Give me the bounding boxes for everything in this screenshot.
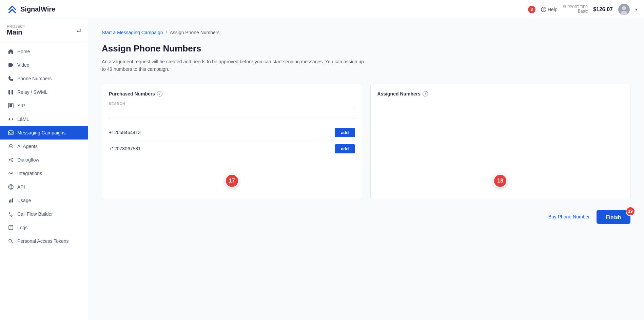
sidebar-item-ai-agents-label: AI Agents bbox=[17, 144, 38, 149]
finish-button-wrapper: Finish 19 bbox=[597, 210, 630, 224]
purchased-numbers-title-text: Purchased Numbers bbox=[109, 91, 155, 97]
project-name: Main bbox=[7, 28, 25, 36]
purchased-numbers-list: +12058464413 add +12073067581 add bbox=[109, 125, 355, 157]
sidebar-item-api-label: API bbox=[17, 184, 25, 190]
breadcrumb-separator: / bbox=[166, 30, 167, 35]
sidebar-item-usage-label: Usage bbox=[17, 198, 31, 203]
dialogflow-icon bbox=[8, 157, 14, 163]
svg-point-3 bbox=[622, 6, 626, 10]
assigned-numbers-panel: Assigned Numbers i 18 bbox=[370, 84, 631, 199]
home-icon bbox=[8, 48, 14, 55]
support-tier-label: SUPPORT TIER bbox=[563, 5, 588, 9]
search-label: SEARCH bbox=[109, 102, 355, 106]
sidebar-item-integrations-label: Integrations bbox=[17, 171, 42, 176]
avatar[interactable] bbox=[618, 4, 630, 15]
svg-rect-15 bbox=[9, 226, 13, 230]
api-icon bbox=[8, 184, 14, 190]
support-tier-value: Basic bbox=[563, 9, 588, 14]
purchased-numbers-title: Purchased Numbers i bbox=[109, 91, 355, 97]
sidebar-item-personal-access-tokens[interactable]: Personal Access Tokens bbox=[0, 234, 88, 248]
messaging-campaigns-icon bbox=[8, 130, 14, 136]
breadcrumb: Start a Messaging Campaign / Assign Phon… bbox=[102, 30, 630, 35]
sidebar-item-home[interactable]: Home bbox=[0, 45, 88, 58]
balance-display: $126.07 bbox=[593, 6, 613, 13]
panels-row: Purchased Numbers i SEARCH +12058464413 … bbox=[102, 84, 630, 199]
buy-phone-number-link[interactable]: Buy Phone Number bbox=[548, 214, 590, 219]
switch-project-button[interactable]: ⇄ bbox=[77, 27, 81, 34]
top-navigation: SignalWire 3 ? Help SUPPORT TIER Basic $… bbox=[0, 0, 644, 19]
notification-badge: 3 bbox=[528, 6, 535, 13]
sidebar-item-video-label: Video bbox=[17, 62, 30, 68]
sidebar-item-dialogflow[interactable]: Dialogflow bbox=[0, 153, 88, 167]
sidebar-item-relay-swml-label: Relay / SWML bbox=[17, 89, 47, 95]
search-input[interactable] bbox=[109, 108, 355, 119]
help-icon: ? bbox=[541, 7, 546, 12]
svg-rect-9 bbox=[9, 104, 12, 107]
sidebar-item-ai-agents[interactable]: AI Agents bbox=[0, 140, 88, 153]
svg-rect-10 bbox=[8, 131, 13, 135]
sidebar-item-usage[interactable]: Usage bbox=[0, 194, 88, 207]
sidebar-item-messaging-campaigns-label: Messaging Campaigns bbox=[17, 130, 65, 135]
main-content: Start a Messaging Campaign / Assign Phon… bbox=[88, 19, 644, 320]
sidebar-item-sip-label: SIP bbox=[17, 103, 25, 108]
video-icon bbox=[8, 62, 14, 68]
purchased-numbers-panel: Purchased Numbers i SEARCH +12058464413 … bbox=[102, 84, 362, 199]
svg-rect-6 bbox=[8, 90, 10, 94]
app-layout: Project Main ⇄ Home Video bbox=[0, 19, 644, 320]
add-number-2-button[interactable]: add bbox=[335, 144, 355, 153]
ai-agents-icon bbox=[8, 143, 14, 149]
svg-point-14 bbox=[12, 161, 13, 162]
project-label: Project bbox=[7, 24, 25, 28]
sidebar-item-home-label: Home bbox=[17, 49, 30, 54]
logo-area: SignalWire bbox=[7, 4, 55, 15]
sidebar-item-messaging-campaigns[interactable]: Messaging Campaigns bbox=[0, 126, 88, 140]
sidebar-item-call-flow-builder-label: Call Flow Builder bbox=[17, 211, 53, 217]
sidebar-item-call-flow-builder[interactable]: Call Flow Builder bbox=[0, 207, 88, 221]
avatar-image bbox=[618, 4, 630, 15]
integrations-icon bbox=[8, 170, 14, 176]
purchased-numbers-badge: 17 bbox=[225, 174, 239, 188]
purchased-numbers-info-icon[interactable]: i bbox=[157, 91, 162, 97]
purchased-number-row-1: +12058464413 add bbox=[109, 125, 355, 141]
add-number-1-button[interactable]: add bbox=[335, 128, 355, 137]
sidebar-item-dialogflow-label: Dialogflow bbox=[17, 157, 39, 163]
svg-rect-7 bbox=[12, 90, 13, 94]
assigned-numbers-info-icon[interactable]: i bbox=[423, 91, 428, 97]
purchased-number-row-2: +12073067581 add bbox=[109, 141, 355, 157]
finish-button[interactable]: Finish bbox=[597, 210, 630, 224]
sip-icon bbox=[8, 103, 14, 109]
svg-text:?: ? bbox=[543, 8, 545, 12]
help-button[interactable]: ? Help bbox=[541, 7, 558, 12]
usage-icon bbox=[8, 197, 14, 204]
support-info: SUPPORT TIER Basic bbox=[563, 5, 588, 14]
laml-icon bbox=[8, 116, 14, 122]
assigned-numbers-title-text: Assigned Numbers bbox=[377, 91, 421, 97]
sidebar-item-laml[interactable]: LāML bbox=[0, 112, 88, 126]
relay-swml-icon bbox=[8, 89, 14, 95]
project-info: Project Main bbox=[7, 24, 25, 36]
signalwire-logo-icon bbox=[7, 4, 18, 15]
sidebar-item-logs[interactable]: Logs bbox=[0, 221, 88, 234]
page-description: An assignment request will be created an… bbox=[102, 58, 366, 73]
sidebar-item-relay-swml[interactable]: Relay / SWML bbox=[0, 85, 88, 99]
sidebar-item-phone-numbers-label: Phone Numbers bbox=[17, 76, 52, 81]
page-title: Assign Phone Numbers bbox=[102, 43, 630, 54]
sidebar-item-api[interactable]: API bbox=[0, 180, 88, 194]
sidebar: Project Main ⇄ Home Video bbox=[0, 19, 88, 320]
sidebar-item-personal-access-tokens-label: Personal Access Tokens bbox=[17, 238, 69, 244]
assigned-numbers-badge: 18 bbox=[493, 174, 507, 188]
finish-badge: 19 bbox=[626, 207, 635, 216]
breadcrumb-link[interactable]: Start a Messaging Campaign bbox=[102, 30, 163, 35]
personal-access-tokens-icon bbox=[8, 238, 14, 244]
account-chevron[interactable]: ▾ bbox=[635, 7, 637, 12]
sidebar-item-sip[interactable]: SIP bbox=[0, 99, 88, 112]
phone-number-1: +12058464413 bbox=[109, 130, 141, 135]
svg-rect-5 bbox=[8, 63, 12, 67]
svg-point-16 bbox=[9, 239, 12, 242]
sidebar-item-integrations[interactable]: Integrations bbox=[0, 167, 88, 180]
notification-button[interactable]: 3 bbox=[528, 6, 535, 13]
sidebar-item-phone-numbers[interactable]: Phone Numbers bbox=[0, 72, 88, 85]
footer-actions: Buy Phone Number Finish 19 bbox=[102, 210, 630, 224]
logs-icon bbox=[8, 225, 14, 231]
sidebar-item-video[interactable]: Video bbox=[0, 58, 88, 72]
